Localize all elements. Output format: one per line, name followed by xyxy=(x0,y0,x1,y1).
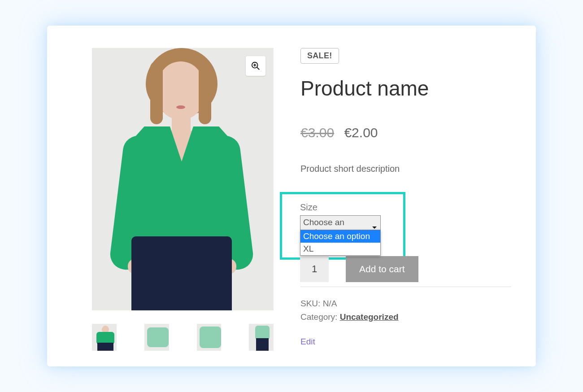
variation-highlight-box: Size Choose an option Choose an option X… xyxy=(280,192,405,260)
thumbnail-2[interactable] xyxy=(144,324,169,351)
product-meta: SKU: N/A Category: Uncategorized xyxy=(300,297,511,324)
product-page-card: SALE! Product name €3.00 €2.00 Product s… xyxy=(47,26,536,366)
product-gallery xyxy=(92,48,274,351)
product-image-illustration xyxy=(92,48,274,310)
thumbnail-3[interactable] xyxy=(197,324,222,351)
product-main-image[interactable] xyxy=(92,48,274,310)
sku-value: N/A xyxy=(323,299,337,308)
svg-line-1 xyxy=(257,67,260,70)
variation-label: Size xyxy=(300,202,396,213)
add-to-cart-button[interactable]: Add to cart xyxy=(346,256,418,282)
category-label: Category: xyxy=(300,312,337,322)
quantity-input[interactable]: 1 xyxy=(300,256,329,282)
product-content: SALE! Product name €3.00 €2.00 Product s… xyxy=(47,26,536,366)
category-link[interactable]: Uncategorized xyxy=(340,312,399,322)
size-option-choose[interactable]: Choose an option xyxy=(300,230,380,243)
short-description: Product short description xyxy=(300,164,511,174)
price-old: €3.00 xyxy=(300,125,334,140)
cart-row: 1 Add to cart xyxy=(300,256,418,282)
size-option-xl[interactable]: XL xyxy=(300,243,380,255)
product-details: SALE! Product name €3.00 €2.00 Product s… xyxy=(300,48,511,351)
meta-divider xyxy=(300,287,511,287)
category-row: Category: Uncategorized xyxy=(300,310,511,324)
edit-link[interactable]: Edit xyxy=(300,337,511,347)
thumbnail-1[interactable] xyxy=(92,324,117,351)
size-dropdown: Choose an option XL xyxy=(300,230,381,256)
zoom-in-icon[interactable] xyxy=(246,56,265,76)
thumbnail-4[interactable] xyxy=(249,324,274,351)
price-new: €2.00 xyxy=(344,125,378,140)
price-row: €3.00 €2.00 xyxy=(300,125,511,140)
product-thumbnails xyxy=(92,324,274,351)
sku-label: SKU: xyxy=(300,299,320,308)
sale-badge: SALE! xyxy=(300,48,339,64)
sku-row: SKU: N/A xyxy=(300,297,511,310)
product-title: Product name xyxy=(300,76,511,100)
